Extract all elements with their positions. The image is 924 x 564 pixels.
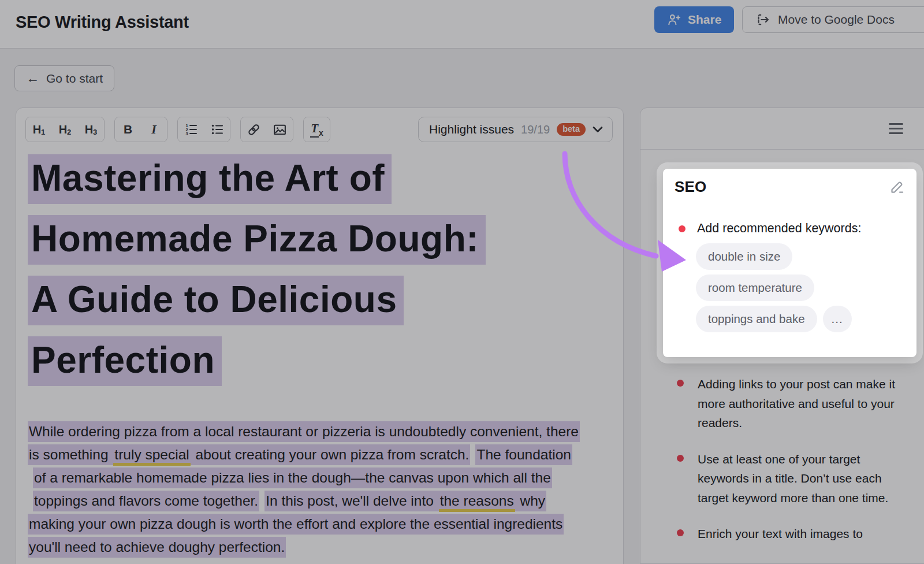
edit-icon[interactable]: [889, 179, 905, 195]
recommendation-text: Add recommended keywords:: [697, 221, 861, 236]
keyword-pills: double in size room temperature toppings…: [696, 243, 905, 332]
seo-card-title: SEO: [675, 178, 707, 196]
more-keywords-pill[interactable]: ...: [823, 306, 852, 332]
seo-writing-assistant-app: SEO Writing Assistant Share Move to Goog…: [0, 0, 924, 564]
issue-dot: [679, 225, 685, 232]
keyword-pill[interactable]: double in size: [696, 243, 792, 270]
keyword-pill[interactable]: room temperature: [696, 274, 814, 301]
seo-card: SEO Add recommended keywords: double in …: [663, 169, 916, 357]
keyword-pill[interactable]: toppings and bake: [696, 306, 817, 332]
recommendation-row: Add recommended keywords:: [675, 221, 905, 236]
